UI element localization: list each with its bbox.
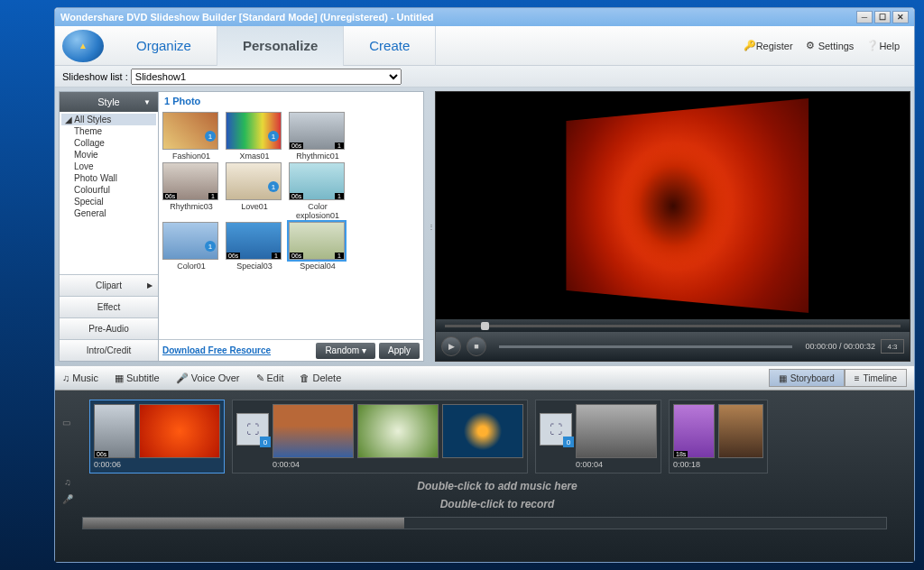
seek-bar[interactable] (436, 319, 910, 332)
style-tree-item[interactable]: Theme (61, 125, 156, 137)
clip-group[interactable]: ⛶0 0:00:04 (232, 400, 528, 473)
clip-item[interactable] (139, 404, 220, 460)
play-button[interactable]: ▶ (441, 336, 461, 356)
clip-item[interactable] (357, 404, 439, 460)
window-title: Wondershare DVD Slideshow Builder [Stand… (60, 12, 434, 23)
style-thumb[interactable]: 1Love01 (226, 162, 283, 220)
clip-group[interactable]: 06s0:00:06 (89, 400, 225, 473)
music-track-hint[interactable]: Double-click to add music here (80, 477, 914, 495)
tab-create[interactable]: Create (344, 26, 436, 66)
pencil-icon: ✎ (256, 372, 264, 384)
apply-button[interactable]: Apply (379, 343, 420, 359)
voice-track-icon[interactable]: 🎤 (62, 494, 73, 504)
style-tree-item[interactable]: Collage (61, 137, 156, 149)
app-logo-icon: ▲ (62, 30, 104, 62)
download-resource-link[interactable]: Download Free Resource (162, 345, 271, 355)
preview-image (566, 98, 808, 313)
key-icon: 🔑 (744, 41, 753, 51)
register-link[interactable]: 🔑Register (744, 41, 793, 51)
position-slider[interactable] (499, 345, 792, 348)
chevron-right-icon: ▶ (147, 281, 152, 290)
panel-divider[interactable]: ⋮ (428, 87, 435, 365)
storyboard-view-button[interactable]: ▦Storyboard (769, 369, 845, 387)
preview-panel: ▶ ■ 00:00:00 / 00:00:32 4:3 (435, 91, 910, 362)
close-button[interactable]: ✕ (892, 11, 909, 23)
trash-icon: 🗑 (300, 372, 310, 383)
help-link[interactable]: ❔Help (866, 41, 900, 51)
slideshow-list-select[interactable]: Slideshow1 (131, 69, 402, 85)
effect-button[interactable]: Effect (60, 296, 158, 317)
timeline-icon: ≡ (855, 373, 860, 383)
style-category-button[interactable]: Style▼ (60, 92, 158, 112)
clip-group[interactable]: 18s0:00:18 (669, 400, 768, 473)
introcredit-button[interactable]: Intro/Credit (60, 339, 158, 361)
style-thumb-selected[interactable]: 06s1Special04 (289, 222, 346, 271)
voiceover-button[interactable]: 🎤Voice Over (176, 372, 240, 384)
clip-item[interactable]: 0:00:04 (576, 404, 657, 469)
style-tree-item[interactable]: Special (61, 196, 156, 207)
gear-icon: ⚙ (806, 41, 816, 51)
video-track-icon[interactable]: ▭ (62, 418, 80, 428)
style-thumb[interactable]: 06s1Color explosion01 (289, 162, 346, 220)
clip-item[interactable]: 06s0:00:06 (94, 404, 135, 469)
gallery-grid: 1Fashion01 1Xmas01 06s1Rhythmic01 06s1Rh… (159, 110, 423, 339)
tab-personalize[interactable]: Personalize (217, 26, 344, 66)
transition-item[interactable]: ⛶0 (236, 413, 269, 446)
clip-item[interactable]: 18s0:00:18 (673, 404, 715, 469)
timeline-area: ▭ 06s0:00:06 ⛶0 0:00:04 ⛶0 0:00:04 (55, 391, 914, 562)
subtitle-button[interactable]: ▦Subtitle (115, 372, 160, 384)
transition-item[interactable]: ⛶0 (540, 413, 572, 446)
preaudio-button[interactable]: Pre-Audio (60, 317, 158, 339)
settings-link[interactable]: ⚙Settings (806, 41, 855, 51)
timeline-toolbar: ♫Music ▦Subtitle 🎤Voice Over ✎Edit 🗑Dele… (55, 365, 914, 391)
tab-organize[interactable]: Organize (111, 26, 217, 66)
slideshow-list-row: Slideshow list : Slideshow1 (55, 66, 914, 87)
clip-item[interactable] (718, 404, 763, 460)
style-panel: Style▼ ◢ All Styles Theme Collage Movie … (59, 91, 424, 362)
horizontal-scrollbar[interactable] (82, 517, 887, 529)
minimize-button[interactable]: ─ (856, 11, 873, 23)
random-button[interactable]: Random ▾ (316, 343, 375, 359)
style-thumb[interactable]: 1Color01 (162, 222, 220, 271)
delete-button[interactable]: 🗑Delete (300, 372, 341, 383)
slideshow-list-label: Slideshow list : (62, 71, 128, 82)
clip-item[interactable]: 0:00:04 (273, 404, 354, 469)
chevron-down-icon: ▼ (143, 98, 151, 106)
edit-button[interactable]: ✎Edit (256, 372, 284, 384)
style-tree-item[interactable]: Love (61, 161, 156, 172)
style-tree-item[interactable]: Photo Wall (61, 172, 156, 184)
playback-time: 00:00:00 / 00:00:32 (805, 342, 875, 351)
mic-icon: 🎤 (176, 372, 189, 384)
style-thumb[interactable]: 06s1Rhythmic03 (162, 162, 220, 220)
style-tree-item[interactable]: Movie (61, 149, 156, 161)
stop-button[interactable]: ■ (467, 336, 486, 356)
style-tree-item[interactable]: General (61, 207, 156, 219)
gallery-heading: 1 Photo (159, 92, 423, 110)
titlebar[interactable]: Wondershare DVD Slideshow Builder [Stand… (55, 8, 914, 26)
style-thumb[interactable]: 06s1Rhythmic01 (289, 112, 346, 161)
style-thumb[interactable]: 06s1Special03 (226, 222, 283, 271)
style-tree-all[interactable]: ◢ All Styles (61, 114, 156, 125)
subtitle-icon: ▦ (115, 372, 124, 384)
preview-canvas (436, 92, 910, 319)
style-thumb[interactable]: 1Fashion01 (162, 112, 220, 161)
timeline-view-button[interactable]: ≡Timeline (845, 369, 907, 387)
music-icon: ♫ (62, 372, 69, 383)
voice-track-hint[interactable]: Double-click to record (80, 495, 914, 513)
maximize-button[interactable]: ☐ (874, 11, 891, 23)
music-track-icon[interactable]: ♫ (64, 477, 71, 487)
style-tree[interactable]: ◢ All Styles Theme Collage Movie Love Ph… (60, 112, 158, 274)
header-bar: ▲ Organize Personalize Create 🔑Register … (55, 26, 914, 66)
music-button[interactable]: ♫Music (62, 372, 98, 383)
aspect-ratio-button[interactable]: 4:3 (881, 339, 904, 354)
style-thumb[interactable]: 1Xmas01 (226, 112, 283, 161)
style-tree-item[interactable]: Colourful (61, 184, 156, 196)
storyboard-icon: ▦ (779, 373, 787, 383)
clip-group[interactable]: ⛶0 0:00:04 (535, 400, 661, 473)
help-icon: ❔ (866, 41, 876, 51)
clipart-button[interactable]: Clipart▶ (60, 274, 158, 296)
clip-item[interactable] (442, 404, 523, 460)
